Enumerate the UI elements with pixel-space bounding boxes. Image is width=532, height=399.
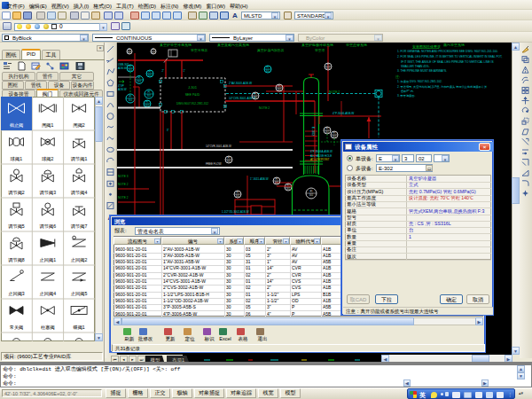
- svg-text:常关阀: 常关阀: [10, 325, 24, 331]
- svg-text:NOTE 2: NOTE 2: [118, 196, 129, 200]
- svg-text:PI: PI: [276, 177, 278, 181]
- svg-text:DWG.9607-952-2W1-312: DWG.9607-952-2W1-312: [176, 102, 208, 106]
- svg-text:蝶阀1: 蝶阀1: [73, 325, 84, 331]
- svg-text:AT LOW POINT: AT LOW POINT: [310, 158, 329, 161]
- svg-text:301: 301: [137, 80, 142, 83]
- svg-text:PI: PI: [148, 90, 151, 94]
- svg-text:PI: PI: [333, 131, 336, 135]
- svg-text:SMALLER THAN 45%.: SMALLER THAN 45%.: [401, 65, 430, 68]
- svg-text:PI: PI: [129, 95, 132, 98]
- svg-text:调节阀2: 调节阀2: [8, 190, 25, 196]
- svg-text:301: 301: [325, 130, 330, 134]
- svg-text:3": 3": [167, 129, 169, 132]
- svg-text:调节阀7: 调节阀7: [71, 223, 88, 230]
- svg-text:PI: PI: [146, 100, 149, 104]
- svg-text:止回阀3: 止回阀3: [8, 291, 25, 297]
- svg-text:PI: PI: [138, 76, 141, 80]
- svg-text:4"P-3006A-A5B-W: 4"P-3006A-A5B-W: [310, 150, 332, 153]
- svg-text:放空总管系统: 放空总管系统: [346, 43, 367, 48]
- svg-text:真空炉放空冷凝系统: 真空炉放空冷凝系统: [160, 43, 192, 48]
- svg-text:2"AV-3003-A1B-W: 2"AV-3003-A1B-W: [229, 82, 252, 85]
- svg-text:301: 301: [278, 88, 282, 91]
- svg-text:301: 301: [332, 135, 337, 138]
- svg-text:调节阀5: 调节阀5: [8, 223, 25, 230]
- svg-text:IF IT ISN'T, THE ANGLE OF SEAL: IF IT ISN'T, THE ANGLE OF SEAL LEG PIPEL…: [401, 60, 494, 64]
- svg-text:调节阀8: 调节阀8: [8, 257, 25, 263]
- svg-text:PI: PI: [153, 48, 155, 51]
- svg-text:蒸汽放空系统: 蒸汽放空系统: [443, 43, 465, 48]
- svg-text:301: 301: [286, 187, 291, 191]
- svg-text:真空炉蒸汽加热器: 真空炉蒸汽加热器: [256, 48, 285, 52]
- svg-text:注:: 注:: [395, 74, 400, 79]
- svg-text:301: 301: [254, 96, 258, 99]
- svg-text:PI: PI: [149, 70, 152, 74]
- svg-text:E-302: E-302: [311, 127, 316, 137]
- svg-text:301: 301: [129, 68, 133, 72]
- svg-text:PI: PI: [327, 63, 330, 66]
- svg-text:PI: PI: [267, 66, 270, 69]
- svg-text:调节阀4: 调节阀4: [71, 190, 88, 196]
- svg-text:值取P* 内.: 值取P* 内.: [401, 90, 414, 93]
- svg-text:301: 301: [275, 181, 279, 184]
- svg-text:PI: PI: [326, 127, 329, 130]
- svg-text:NOTE 2: NOTE 2: [259, 106, 270, 110]
- svg-text:A1B-W: A1B-W: [118, 66, 127, 70]
- svg-text:301: 301: [227, 160, 231, 163]
- svg-text:止回阀2: 止回阀2: [71, 257, 88, 263]
- svg-text:2": 2": [162, 69, 165, 73]
- svg-text:真空炉电极冷却系统: 真空炉电极冷却系统: [301, 43, 333, 48]
- svg-text:3. THE PIPELINE MUST BE AIRWAY: 3. THE PIPELINE MUST BE AIRWAYS.: [397, 69, 447, 73]
- svg-text:J-301: J-301: [188, 85, 198, 90]
- svg-text:301: 301: [309, 193, 314, 197]
- svg-text:闸阀1: 闸阀1: [42, 122, 53, 129]
- svg-text:ALL VALVE HOLE: ALL VALVE HOLE: [310, 154, 332, 158]
- svg-text:FREE FLOW: FREE FLOW: [206, 162, 222, 166]
- svg-text:301: 301: [129, 98, 133, 102]
- svg-text:止回阀1: 止回阀1: [40, 257, 57, 263]
- svg-text:放空塔: 放空塔: [315, 48, 325, 52]
- svg-text:1. 加接图 DVG. 9607-901-2M1-102.: 1. 加接图 DVG. 9607-901-2M1-102.: [397, 80, 442, 83]
- svg-text:止回阀5: 止回阀5: [71, 291, 88, 297]
- svg-text:301: 301: [266, 69, 270, 73]
- svg-text:301: 301: [236, 194, 240, 198]
- svg-text:301: 301: [152, 51, 156, 55]
- svg-text:球阀1: 球阀1: [10, 156, 22, 162]
- svg-text:301: 301: [148, 74, 153, 77]
- svg-text:调节阀6: 调节阀6: [40, 223, 57, 230]
- svg-text:301: 301: [147, 94, 152, 98]
- svg-text:PI: PI: [129, 48, 131, 51]
- svg-text:PI: PI: [228, 156, 231, 160]
- svg-text:截止阀: 截止阀: [10, 122, 24, 129]
- svg-text:1. FOR GENERAL NOTES AND PROCE: 1. FOR GENERAL NOTES AND PROCEDURES SEE …: [397, 50, 498, 53]
- svg-text:闸阀2: 闸阀2: [73, 122, 84, 129]
- svg-text:NOTE 3: NOTE 3: [118, 175, 129, 178]
- svg-text:调节阀3: 调节阀3: [40, 190, 57, 196]
- svg-text:1"-3011-A5B-W: 1"-3011-A5B-W: [250, 177, 269, 181]
- svg-text:A1B-W: A1B-W: [118, 88, 127, 91]
- svg-text:止回阀4: 止回阀4: [40, 291, 57, 297]
- svg-text:PI: PI: [254, 92, 257, 96]
- svg-text:301: 301: [326, 66, 331, 70]
- svg-text:PI: PI: [278, 84, 281, 88]
- svg-text:1": 1": [184, 69, 186, 73]
- svg-text:301: 301: [128, 51, 132, 55]
- svg-text:放空冷凝器: 放空冷凝器: [191, 48, 207, 52]
- svg-text:调节阀1: 调节阀1: [71, 156, 88, 162]
- svg-text:PI: PI: [310, 190, 313, 193]
- svg-text:PI: PI: [237, 191, 239, 194]
- svg-text:PI: PI: [129, 65, 132, 68]
- svg-text:1-1/2"OD-3002-A1B-W: 1-1/2"OD-3002-A1B-W: [222, 210, 249, 214]
- svg-text:14"CVR-3001-A1B-W: 14"CVR-3001-A1B-W: [206, 145, 231, 148]
- svg-text:2. FOR SEAL LEG PIPELINE, IT I: 2. FOR SEAL LEG PIPELINE, IT IS BETTER T…: [397, 55, 503, 59]
- svg-text:真空泵截汽分离系统: 真空泵截汽分离系统: [217, 43, 249, 48]
- svg-text:柱塞阀: 柱塞阀: [41, 325, 55, 331]
- svg-text:3. 配管连接图.: 3. 配管连接图.: [397, 94, 415, 98]
- svg-text:4"P-3006-A5B-W: 4"P-3006-A5B-W: [332, 112, 354, 115]
- svg-text:2. 管道编号, 真空阀相相连(-)LP值, 为和内接头 请: 2. 管道编号, 真空阀相相连(-)LP值, 为和内接头 请得供应商总连接不计算: [397, 85, 488, 89]
- svg-text:NOTE 2: NOTE 2: [118, 183, 129, 186]
- svg-text:球阀2: 球阀2: [41, 156, 53, 162]
- svg-text:SEE P&ID: SEE P&ID: [185, 93, 200, 97]
